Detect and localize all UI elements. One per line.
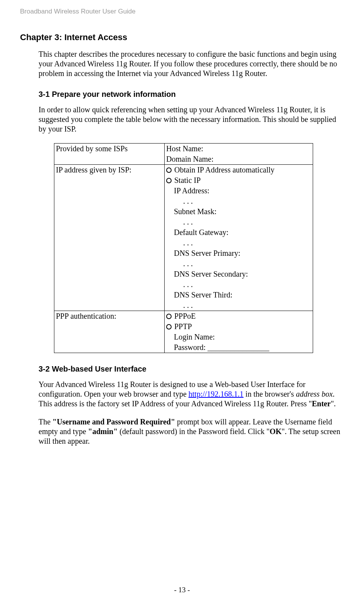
table-row: PPP authentication: PPPoE PPTP Login Nam… xyxy=(54,311,313,353)
router-url-link[interactable]: http://192.168.1.1 xyxy=(189,390,244,398)
ip-address-label: IP Address: xyxy=(166,186,311,196)
ip-dots: . . . xyxy=(166,279,311,290)
text-fragment: (default password) in the Password field… xyxy=(118,427,270,436)
cell-isp-label: Provided by some ISPs xyxy=(54,144,165,165)
chapter-intro: This chapter describes the procedures ne… xyxy=(39,49,344,78)
text-fragment: The xyxy=(39,417,52,426)
cell-hostname: Host Name: Domain Name: xyxy=(165,144,313,165)
section-3-1-para: In order to allow quick referencing when… xyxy=(39,105,344,134)
cell-ppp-label: PPP authentication: xyxy=(54,311,165,353)
login-label: Login Name: xyxy=(166,332,311,342)
section-3-1-title: 3-1 Prepare your network information xyxy=(39,90,344,99)
dns3-label: DNS Server Third: xyxy=(166,290,311,300)
pptp-label: PPTP xyxy=(174,322,192,331)
obtain-auto-label: Obtain IP Address automatically xyxy=(174,166,275,174)
ip-dots: . . . xyxy=(166,238,311,248)
password-label: Password: ________________ xyxy=(166,342,311,353)
ip-dots: . . . xyxy=(166,217,311,227)
cell-ppp-options: PPPoE PPTP Login Name: Password: _______… xyxy=(165,311,313,353)
chapter-title: Chapter 3: Internet Access xyxy=(20,32,344,42)
admin-password: "admin" xyxy=(88,427,118,436)
ip-dots: . . . xyxy=(166,196,311,206)
static-ip-label: Static IP xyxy=(174,176,201,184)
prompt-title: "Username and Password Required" xyxy=(52,417,175,426)
table-row: Provided by some ISPs Host Name: Domain … xyxy=(54,144,313,165)
cell-ip-label: IP address given by ISP: xyxy=(54,165,165,311)
section-3-2-para2: The "Username and Password Required" pro… xyxy=(39,417,344,446)
radio-icon xyxy=(166,324,172,330)
host-name-label: Host Name: xyxy=(166,144,203,153)
enter-key: Enter xyxy=(312,399,331,408)
page-number: - 13 - xyxy=(0,586,364,594)
section-3-2-title: 3-2 Web-based User Interface xyxy=(39,365,344,373)
gateway-label: Default Gateway: xyxy=(166,227,311,238)
network-info-table: Provided by some ISPs Host Name: Domain … xyxy=(54,143,313,353)
dns1-label: DNS Server Primary: xyxy=(166,248,311,259)
text-fragment: ". xyxy=(331,399,336,408)
domain-name-label: Domain Name: xyxy=(166,155,214,163)
address-box-term: address box xyxy=(296,390,332,398)
radio-icon xyxy=(166,167,172,173)
ip-dots: . . . xyxy=(166,259,311,269)
ok-button-text: OK xyxy=(270,427,281,436)
dns2-label: DNS Server Secondary: xyxy=(166,269,311,279)
radio-icon xyxy=(166,314,172,319)
subnet-label: Subnet Mask: xyxy=(166,206,311,217)
page-header: Broadband Wireless Router User Guide xyxy=(20,8,136,15)
section-3-2-para1: Your Advanced Wireless 11g Router is des… xyxy=(39,380,344,409)
radio-icon xyxy=(166,178,172,183)
ip-dots: . . . xyxy=(166,300,311,311)
pppoe-label: PPPoE xyxy=(174,312,196,320)
text-fragment: in the browser's xyxy=(244,390,296,398)
table-row: IP address given by ISP: Obtain IP Addre… xyxy=(54,165,313,311)
cell-ip-options: Obtain IP Address automatically Static I… xyxy=(165,165,313,311)
page-content: Chapter 3: Internet Access This chapter … xyxy=(20,32,344,455)
